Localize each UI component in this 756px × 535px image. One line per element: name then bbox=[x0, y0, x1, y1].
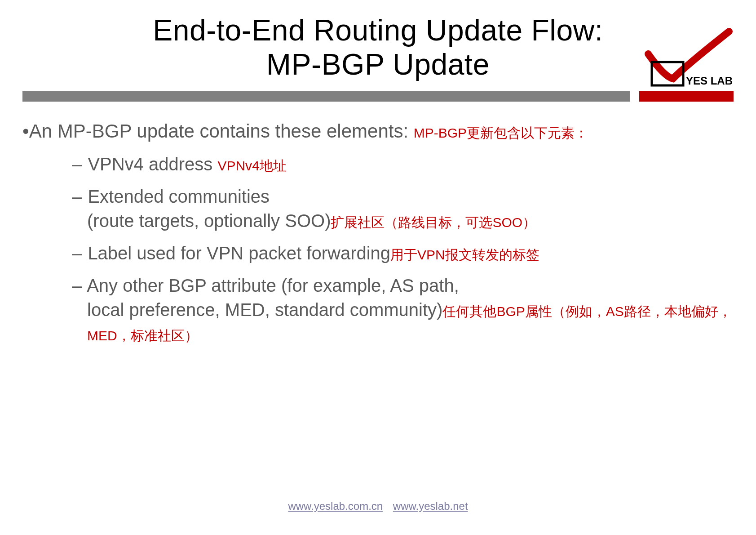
slide-title: End-to-End Routing Update Flow: MP-BGP U… bbox=[22, 13, 734, 86]
footer: www.yeslab.com.cn www.yeslab.net bbox=[0, 500, 756, 513]
item-annotation: VPNv4地址 bbox=[217, 158, 286, 173]
footer-link-1[interactable]: www.yeslab.com.cn bbox=[288, 500, 383, 512]
item-text: VPNv4 address bbox=[88, 154, 217, 174]
item-annotation: 扩展社区（路线目标，可选SOO） bbox=[331, 215, 536, 230]
item-text-b: local preference, MED, standard communit… bbox=[87, 300, 442, 320]
item-text: Label used for VPN packet forwarding bbox=[88, 243, 390, 263]
item-text-a: Any other BGP attribute (for example, AS… bbox=[87, 276, 459, 295]
bullet1-text: An MP-BGP update contains these elements… bbox=[29, 120, 408, 142]
list-item: – Any other BGP attribute (for example, … bbox=[72, 273, 734, 346]
footer-link-2[interactable]: www.yeslab.net bbox=[393, 500, 468, 512]
bullet1-annotation: MP-BGP更新包含以下元素： bbox=[414, 125, 588, 140]
title-line-2: MP-BGP Update bbox=[22, 48, 734, 82]
yeslab-logo: YES LAB bbox=[639, 27, 734, 90]
item-annotation: 用于VPN报文转发的标签 bbox=[390, 247, 539, 262]
bullet-level1: •An MP-BGP update contains these element… bbox=[22, 119, 734, 144]
content-body: •An MP-BGP update contains these element… bbox=[22, 102, 734, 347]
slide: YES LAB End-to-End Routing Update Flow: … bbox=[0, 0, 756, 535]
list-item: – Label used for VPN packet forwarding用于… bbox=[72, 241, 734, 265]
item-text-b: (route targets, optionally SOO) bbox=[87, 211, 331, 231]
list-item: – Extended communities (route targets, o… bbox=[72, 184, 734, 233]
divider bbox=[22, 91, 734, 102]
title-line-1: End-to-End Routing Update Flow: bbox=[22, 13, 734, 48]
logo-text: YES LAB bbox=[686, 75, 733, 87]
divider-gray bbox=[22, 91, 630, 102]
item-text-a: Extended communities bbox=[88, 187, 270, 206]
list-item: – VPNv4 address VPNv4地址 bbox=[72, 152, 734, 176]
divider-red bbox=[639, 91, 734, 102]
